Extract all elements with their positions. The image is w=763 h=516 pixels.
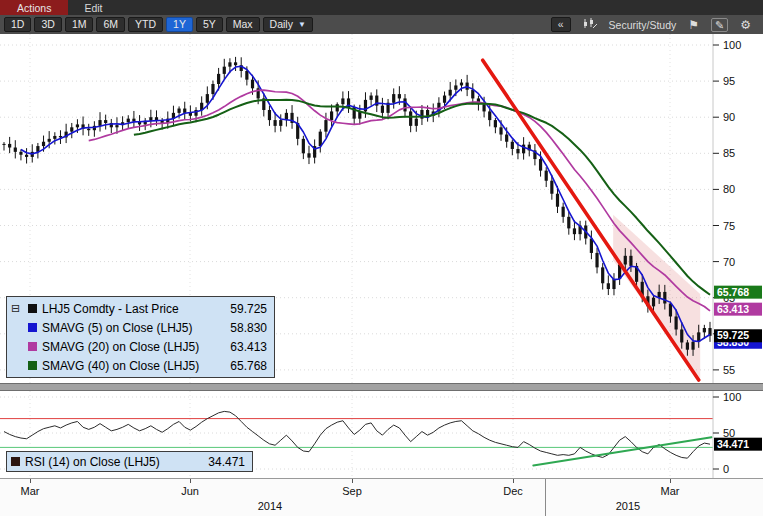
svg-text:55: 55 [723, 364, 735, 376]
chevron-down-icon: ▼ [298, 18, 306, 31]
month-label: Mar [655, 485, 685, 497]
year-label: 2015 [611, 500, 645, 512]
legend-label: LHJ5 Comdty - Last Price [42, 302, 179, 316]
period-dropdown[interactable]: Daily ▼ [263, 17, 313, 32]
annotate-pencil-icon[interactable]: ✎ [711, 18, 728, 32]
edit-menu[interactable]: Edit [84, 2, 102, 14]
x-axis-tick [513, 479, 514, 483]
chart-toolbar: 1D 3D 1M 6M YTD 1Y 5Y Max Daily ▼ « Secu… [0, 15, 763, 34]
svg-text:65.768: 65.768 [717, 286, 749, 298]
svg-text:59.725: 59.725 [717, 329, 749, 341]
x-axis-tick [190, 479, 191, 483]
legend-value: 65.768 [230, 359, 267, 373]
series-swatch-last-price [28, 304, 37, 313]
legend-value: 63.413 [230, 340, 267, 354]
year-divider [545, 479, 546, 516]
legend-label: RSI (14) on Close (LHJ5) [25, 455, 160, 469]
legend-value: 58.830 [230, 321, 267, 335]
x-axis-tick [352, 479, 353, 483]
rsi-divergence-trendline [533, 437, 711, 465]
svg-text:0: 0 [723, 463, 729, 475]
month-label: Dec [498, 485, 528, 497]
legend-value: 59.725 [230, 302, 267, 316]
legend-row-smavg5[interactable]: SMAVG (5) on Close (LHJ5) 58.830 [11, 318, 267, 337]
legend-value: 34.471 [208, 455, 245, 469]
svg-text:90: 90 [723, 111, 735, 123]
bloomberg-chart-window: Actions Edit 1D 3D 1M 6M YTD 1Y 5Y Max D… [0, 0, 763, 516]
legend-row-last-price[interactable]: ⊟ LHJ5 Comdty - Last Price 59.725 [11, 299, 267, 318]
rsi-legend[interactable]: RSI (14) on Close (LHJ5) 34.471 [6, 451, 253, 472]
x-axis-tick [670, 479, 671, 483]
svg-text:80: 80 [723, 183, 735, 195]
range-button-1d[interactable]: 1D [4, 17, 31, 32]
legend-row-smavg20[interactable]: SMAVG (20) on Close (LHJ5) 63.413 [11, 337, 267, 356]
legend-row-smavg40[interactable]: SMAVG (40) on Close (LHJ5) 65.768 [11, 356, 267, 375]
x-axis: Mar Jun Sep Dec Mar 2014 2015 [0, 478, 763, 516]
collapse-panel-button[interactable]: « [551, 17, 571, 32]
svg-text:70: 70 [723, 256, 735, 268]
range-button-5y[interactable]: 5Y [196, 17, 223, 32]
menu-bar: Actions Edit [0, 0, 763, 15]
chart-legend[interactable]: ⊟ LHJ5 Comdty - Last Price 59.725 SMAVG … [6, 296, 275, 378]
svg-text:100: 100 [723, 39, 741, 51]
settings-gear-icon[interactable]: ⚙ [740, 19, 751, 31]
month-label: Sep [337, 485, 367, 497]
range-button-3d[interactable]: 3D [34, 17, 61, 32]
flag-icon[interactable]: ⚑ [688, 19, 699, 31]
range-button-1y[interactable]: 1Y [166, 17, 193, 32]
range-button-6m[interactable]: 6M [96, 17, 125, 32]
chart-type-icon[interactable] [583, 18, 597, 31]
range-button-ytd[interactable]: YTD [128, 17, 163, 32]
period-dropdown-label: Daily [270, 18, 293, 31]
range-button-1m[interactable]: 1M [65, 17, 94, 32]
security-study-label[interactable]: Security/Study [609, 19, 677, 31]
svg-text:95: 95 [723, 75, 735, 87]
legend-label: SMAVG (5) on Close (LHJ5) [42, 321, 193, 335]
svg-text:85: 85 [723, 147, 735, 159]
price-badges: 65.76863.41358.83059.725 [714, 286, 762, 349]
panel-splitter[interactable] [0, 383, 763, 391]
legend-label: SMAVG (40) on Close (LHJ5) [42, 359, 199, 373]
rsi-axis-labels: 100500 [713, 391, 741, 478]
x-axis-tick [30, 479, 31, 483]
series-swatch-rsi [11, 457, 20, 466]
range-button-max[interactable]: Max [226, 17, 260, 32]
series-swatch-smavg5 [28, 323, 37, 332]
legend-label: SMAVG (20) on Close (LHJ5) [42, 340, 199, 354]
collapse-icon[interactable]: ⊟ [11, 303, 23, 314]
svg-text:75: 75 [723, 220, 735, 232]
month-label: Jun [175, 485, 205, 497]
red-downtrend-line [483, 60, 699, 380]
rsi-badge: 34.471 [714, 438, 762, 451]
series-swatch-smavg20 [28, 342, 37, 351]
toolbar-right-cluster: « Security/Study ⚑ ✎ ⚙ [551, 17, 759, 32]
legend-row-rsi[interactable]: RSI (14) on Close (LHJ5) 34.471 [11, 454, 245, 469]
actions-menu[interactable]: Actions [0, 0, 68, 15]
series-swatch-smavg40 [28, 361, 37, 370]
svg-text:34.471: 34.471 [717, 438, 749, 450]
svg-text:100: 100 [723, 391, 741, 403]
svg-text:63.413: 63.413 [717, 303, 749, 315]
month-label: Mar [15, 485, 45, 497]
year-label: 2014 [253, 500, 287, 512]
